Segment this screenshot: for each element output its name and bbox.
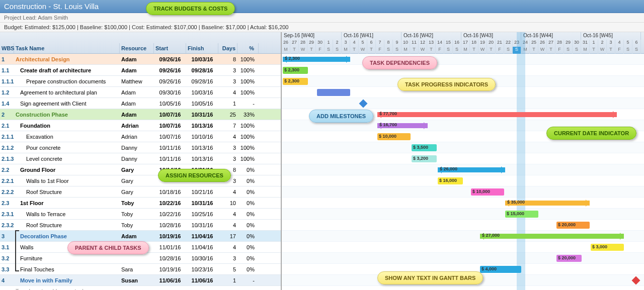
- gantt-bar[interactable]: $ 2,300: [283, 67, 308, 74]
- task-row[interactable]: 2.31st FloorToby10/22/1610/31/16100%: [0, 198, 281, 209]
- gantt-bar[interactable]: $ 2,300: [283, 78, 308, 85]
- dow: F: [436, 47, 444, 54]
- gantt-row[interactable]: $ 16,000: [282, 175, 644, 186]
- gantt-row[interactable]: $ 2,300: [282, 65, 644, 76]
- task-row[interactable]: 1Architectural DesignAdam09/26/1610/03/1…: [0, 54, 281, 65]
- dow: W: [419, 47, 427, 54]
- milestone-diamond[interactable]: [632, 276, 640, 285]
- col-wbs[interactable]: WBS: [0, 43, 14, 53]
- dow: S: [504, 47, 513, 54]
- dow: F: [615, 47, 624, 54]
- gantt-row[interactable]: [282, 98, 644, 109]
- task-row[interactable]: 2.2.1Walls to 1st FloorGary30%: [0, 175, 281, 186]
- summary-bar[interactable]: $ 35,000: [505, 201, 590, 206]
- dow: M: [581, 47, 590, 54]
- dow: T: [427, 47, 436, 54]
- task-row[interactable]: 1.4Sign agreement with ClientAdam10/05/1…: [0, 98, 281, 109]
- task-row[interactable]: 4Move in with FamilySusan11/06/1611/06/1…: [0, 275, 281, 286]
- col-start[interactable]: Start: [154, 43, 186, 53]
- gantt-bar[interactable]: $ 4,000: [480, 266, 521, 273]
- summary-bar[interactable]: $ 26,000: [438, 167, 505, 172]
- task-row[interactable]: 2.1.3Level concreteDanny10/11/1610/13/16…: [0, 153, 281, 164]
- task-row[interactable]: 2.1.2Pour concreteDanny10/11/1610/13/163…: [0, 142, 281, 153]
- gantt-bar[interactable]: $ 10,000: [377, 133, 411, 140]
- dow: T: [607, 47, 615, 54]
- task-row[interactable]: 1.1Create draft of architectureAdam09/26…: [0, 65, 281, 76]
- gantt-row[interactable]: $ 20,000: [282, 220, 644, 231]
- gantt-bar[interactable]: $ 3,500: [412, 144, 437, 151]
- gantt-row[interactable]: $ 3,200: [282, 153, 644, 164]
- daynum: 4: [615, 40, 624, 47]
- dow: T: [410, 47, 419, 54]
- daynum: 2: [598, 40, 607, 47]
- daynum: 11: [410, 40, 419, 47]
- gantt-row[interactable]: $ 27,000: [282, 231, 644, 242]
- month-header: Oct-16 [W41]: [342, 32, 401, 40]
- daynum: 10: [401, 40, 410, 47]
- gantt-bar[interactable]: $ 10,000: [471, 188, 504, 196]
- gantt-row[interactable]: $ 35,000: [282, 198, 644, 209]
- milestone-diamond[interactable]: [359, 100, 368, 108]
- gantt-row[interactable]: $ 26,000: [282, 164, 644, 175]
- gantt-bar[interactable]: $ 20,000: [556, 255, 582, 262]
- project-lead: Project Lead: Adam Smith: [0, 13, 644, 23]
- task-row[interactable]: 2.1FoundationAdrian10/07/1610/13/167100%: [0, 120, 281, 131]
- budget-line: Budget: Estimated: $125,000 | Baseline: …: [0, 23, 644, 32]
- dow: S: [564, 47, 573, 54]
- gantt-row[interactable]: $ 3,000: [282, 242, 644, 253]
- summary-bar[interactable]: $ 77,700: [377, 112, 617, 117]
- month-header: Sep-16 [W40]: [282, 32, 342, 40]
- daynum: 12: [419, 40, 427, 47]
- gantt-row[interactable]: $ 15,000: [282, 209, 644, 220]
- daynum: 6: [632, 40, 641, 47]
- callout-bartext: SHOW ANY TEXT IN GANTT BARS: [377, 271, 483, 284]
- month-header: Oct-16 [W44]: [521, 32, 581, 40]
- gantt-row[interactable]: $ 2,300: [282, 54, 644, 65]
- col-resource[interactable]: Resource: [120, 43, 154, 53]
- gantt-bar[interactable]: $ 20,000: [556, 222, 590, 229]
- gantt-row[interactable]: $ 20,000: [282, 253, 644, 264]
- gantt-bar[interactable]: $ 3,000: [591, 244, 624, 251]
- dow: S: [632, 47, 641, 54]
- task-row[interactable]: 3Decoration PhaseAdam10/19/1611/04/16170…: [0, 231, 281, 242]
- gantt-row[interactable]: $ 10,000: [282, 186, 644, 198]
- gantt-bar[interactable]: [317, 89, 350, 96]
- task-row[interactable]: 2.3.1Walls to TerraceToby10/22/1610/25/1…: [0, 209, 281, 220]
- dow: F: [496, 47, 504, 54]
- dow: M: [342, 47, 350, 54]
- task-row[interactable]: 2.1.1ExcavationAdrian10/07/1610/10/16410…: [0, 131, 281, 142]
- daynum: 13: [427, 40, 436, 47]
- gantt-row[interactable]: $ 3,500: [282, 142, 644, 153]
- col-taskname[interactable]: Task Name: [14, 43, 120, 53]
- gantt-chart[interactable]: Sep-16 [W40]Oct-16 [W41]Oct-16 [W42]Oct-…: [282, 32, 644, 290]
- gantt-bar[interactable]: $ 15,000: [505, 211, 538, 218]
- callout-resources: ASSIGN RESOURCES: [158, 169, 231, 182]
- window-title: Construction - St. Louis Villa: [0, 0, 644, 13]
- dow: W: [598, 47, 607, 54]
- summary-bar[interactable]: $ 16,700: [377, 123, 428, 128]
- dow: T: [547, 47, 555, 54]
- task-row[interactable]: 2.2Ground FloorGary10/14/1610/21/1680%: [0, 164, 281, 175]
- task-row[interactable]: 1.2Agreement to architectural planAdam09…: [0, 87, 281, 98]
- task-row[interactable]: 2.3.2Roof StructureToby10/28/1610/31/164…: [0, 220, 281, 231]
- summary-bar[interactable]: $ 2,300: [283, 57, 350, 62]
- task-row[interactable]: 3.3Final TouchesSara10/19/1610/23/1650%: [0, 264, 281, 275]
- daynum: 20: [487, 40, 496, 47]
- task-row[interactable]: 2.2.2Roof StructureGary10/18/1610/21/164…: [0, 186, 281, 198]
- callout-dependencies: TASK DEPENDENCIES: [362, 56, 437, 69]
- task-row[interactable]: 1.1.1Prepare construction documentsMatth…: [0, 76, 281, 87]
- task-row[interactable]: 3.2Furniture10/28/1610/30/1630%: [0, 253, 281, 264]
- col-finish[interactable]: Finish: [186, 43, 218, 53]
- gantt-bar[interactable]: $ 3,200: [412, 155, 437, 162]
- daynum: 5: [359, 40, 367, 47]
- callout-budgets: TRACK BUDGETS & COSTS: [146, 2, 235, 15]
- gantt-bar[interactable]: $ 16,000: [438, 177, 463, 184]
- task-row[interactable]: 2Construction PhaseAdam10/07/1610/31/162…: [0, 109, 281, 120]
- summary-bar[interactable]: $ 27,000: [480, 234, 624, 239]
- new-task-input[interactable]: Type here to add a new task: [0, 286, 281, 290]
- dow: S: [573, 47, 581, 54]
- dow: W: [538, 47, 547, 54]
- col-days[interactable]: Days: [218, 43, 237, 53]
- col-percent[interactable]: %: [237, 43, 259, 53]
- daynum: 29: [564, 40, 573, 47]
